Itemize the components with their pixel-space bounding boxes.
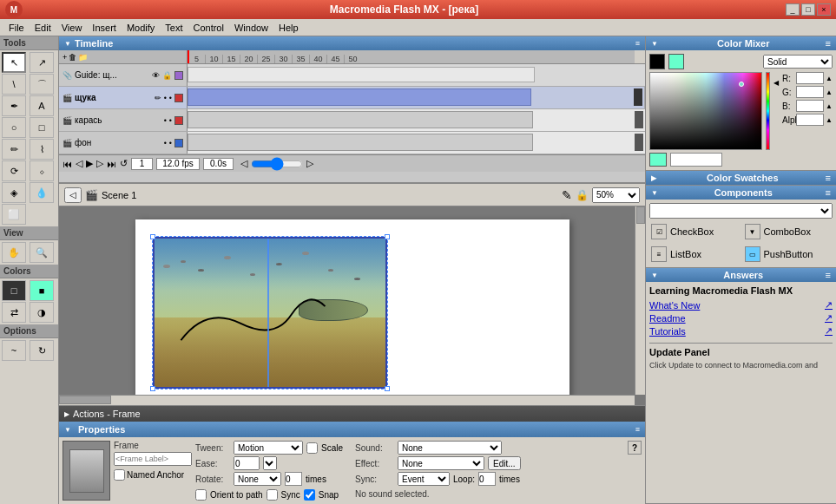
delete-layer-btn[interactable]: 🗑 [69, 53, 76, 62]
layer-guide-lock[interactable]: 🔒 [162, 71, 172, 80]
layer-carp-lock[interactable]: • [169, 116, 172, 125]
alpha-input[interactable]: 100% [796, 114, 824, 126]
menu-control[interactable]: Control [188, 21, 228, 35]
back-to-start-btn[interactable]: ⏮ [63, 159, 72, 169]
g-input[interactable]: 255 [796, 86, 824, 98]
color-swatches-options[interactable]: ≡ [826, 173, 831, 183]
layer-bg-name[interactable]: фон [75, 138, 161, 147]
sync-check[interactable] [267, 489, 278, 501]
add-layer-btn[interactable]: + [63, 53, 67, 62]
step-back-btn[interactable]: ◁ [76, 158, 82, 169]
menu-window[interactable]: Window [229, 21, 273, 35]
play-btn[interactable]: ▶ [86, 158, 93, 169]
smooth-btn[interactable]: ~ [2, 340, 26, 361]
stage-scrollbar-v[interactable] [635, 206, 645, 395]
g-up[interactable]: ▲ [826, 88, 833, 96]
menu-help[interactable]: Help [273, 21, 304, 35]
tutorials-link[interactable]: Tutorials ↗ [649, 325, 833, 337]
brush-tool[interactable]: ⌇ [30, 139, 54, 160]
scroll-left-btn[interactable]: ◁ [240, 158, 247, 169]
stroke-swatch[interactable] [649, 54, 665, 69]
pen-tool[interactable]: ✒ [2, 95, 26, 116]
fps-input[interactable]: 12.0 fps [156, 158, 200, 170]
whats-new-link[interactable]: What's New ↗ [649, 299, 833, 311]
pushbutton-component[interactable]: ▭ PushButton [743, 245, 833, 264]
zoom-tool[interactable]: 🔍 [30, 242, 54, 263]
lasso-tool[interactable]: ⌒ [30, 74, 54, 95]
sound-select[interactable]: None [398, 441, 502, 455]
close-button[interactable]: × [817, 3, 831, 16]
color-mixer-collapse[interactable]: ▼ [651, 40, 658, 48]
b-input[interactable]: 204 [796, 100, 824, 112]
ease-input[interactable] [234, 456, 260, 470]
components-options[interactable]: ≡ [826, 187, 831, 198]
snap-check[interactable] [304, 489, 315, 501]
menu-modify[interactable]: Modify [122, 21, 160, 35]
components-lib-select[interactable]: Flash UI Components [649, 203, 833, 219]
timeline-collapse[interactable]: ▼ [64, 40, 71, 48]
stage-edit-btn[interactable]: ✎ [562, 188, 572, 202]
rotate-select[interactable]: None CW CCW [234, 472, 281, 486]
answers-options[interactable]: ≡ [826, 270, 831, 280]
tween-select[interactable]: Motion None Shape [234, 441, 303, 455]
menu-view[interactable]: View [56, 21, 88, 35]
answers-collapse[interactable]: ▼ [651, 272, 658, 279]
zoom-select[interactable]: 50% 25% 100% [592, 187, 640, 203]
layer-carp-name[interactable]: карась [75, 115, 161, 125]
rotate-btn[interactable]: ↻ [30, 340, 54, 361]
color-swatches-collapse[interactable]: ▶ [651, 174, 656, 182]
sync-select[interactable]: Event Start Stop Stream [398, 472, 450, 486]
timeline-scroll[interactable] [251, 159, 303, 169]
r-up[interactable]: ▲ [826, 75, 833, 82]
layer-pike-lock[interactable]: • [169, 94, 172, 102]
help-btn[interactable]: ? [628, 441, 642, 455]
fill-color-btn[interactable]: ■ [30, 280, 54, 301]
hand-tool[interactable]: ✋ [2, 242, 26, 263]
frame-label-input[interactable] [114, 452, 192, 466]
r-input[interactable]: 102 [796, 72, 824, 84]
layer-bg-lock[interactable]: • [169, 139, 172, 147]
scene-name[interactable]: Scene 1 [102, 190, 136, 200]
line-tool[interactable]: \ [2, 74, 26, 95]
add-folder-btn[interactable]: 📁 [78, 53, 88, 62]
color-mixer-options[interactable]: ≡ [826, 38, 831, 49]
layer-guide-name[interactable]: Guide: щ... [75, 70, 149, 80]
effect-select[interactable]: None [398, 456, 484, 470]
pencil-tool[interactable]: ✏ [2, 139, 26, 160]
stage-lock-btn[interactable]: 🔒 [576, 189, 589, 201]
ink-bottle-tool[interactable]: ⬦ [30, 160, 54, 181]
rect-tool[interactable]: □ [30, 117, 54, 138]
loop-input[interactable] [478, 472, 496, 486]
back-scene-btn[interactable]: ◁ [64, 187, 82, 203]
text-tool[interactable]: A [30, 95, 54, 116]
minimize-button[interactable]: _ [786, 3, 800, 16]
color-type-select[interactable]: Solid None Linear Radial Bitmap [763, 55, 833, 69]
current-frame-input[interactable]: 1 [131, 158, 153, 170]
readme-link[interactable]: Readme ↗ [649, 312, 833, 324]
checkbox-component[interactable]: ☑ CheckBox [649, 222, 740, 241]
listbox-component[interactable]: ≡ ListBox [649, 245, 740, 264]
eraser-tool[interactable]: ⬜ [2, 204, 26, 225]
subselect-tool[interactable]: ↗ [30, 52, 54, 73]
layer-bg-eye[interactable]: • [164, 139, 167, 147]
brightness-bar[interactable] [766, 72, 770, 150]
swap-colors-btn[interactable]: ⇄ [2, 302, 26, 323]
orient-check[interactable] [195, 489, 207, 501]
menu-edit[interactable]: Edit [30, 21, 56, 35]
b-up[interactable]: ▲ [826, 102, 833, 110]
props-options-btn[interactable]: ≡ [635, 425, 640, 434]
components-collapse[interactable]: ▼ [651, 189, 658, 197]
menu-text[interactable]: Text [160, 21, 188, 35]
menu-insert[interactable]: Insert [87, 21, 122, 35]
step-forward-btn[interactable]: ▷ [96, 158, 103, 169]
scroll-right-btn[interactable]: ▷ [306, 158, 313, 169]
layer-pike-name[interactable]: щука [75, 93, 152, 102]
stage-scrollbar-h[interactable] [59, 395, 635, 405]
timeline-options-btn[interactable]: ≡ [635, 39, 640, 48]
color-spectrum[interactable] [649, 72, 762, 150]
go-to-end-btn[interactable]: ⏭ [107, 159, 116, 169]
combobox-component[interactable]: ▼ ComboBox [743, 222, 833, 241]
maximize-button[interactable]: □ [801, 3, 815, 16]
layer-guide-eye[interactable]: 👁 [152, 71, 160, 80]
ease-direction[interactable] [263, 456, 277, 470]
